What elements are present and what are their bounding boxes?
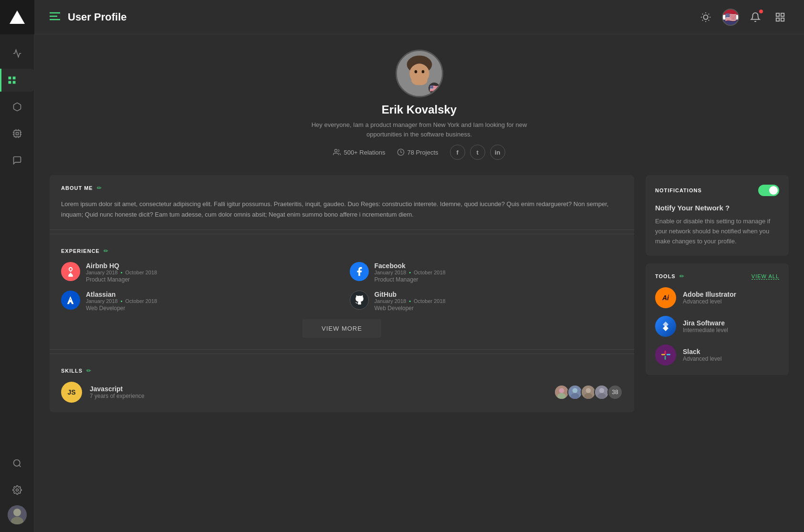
skills-header: SKILLS ✏: [61, 367, 623, 374]
javascript-exp: 7 years of experience: [90, 393, 546, 399]
tools-header: TOOLS ✏ VIEW ALL: [655, 273, 779, 280]
slack-level: Advanced level: [683, 355, 779, 362]
slack-logo: [655, 344, 676, 365]
linkedin-link[interactable]: in: [490, 145, 505, 160]
svg-line-30: [702, 20, 703, 20]
facebook-logo: [350, 262, 369, 281]
sidebar-nav: [0, 34, 34, 444]
tool-item-jira: Jira Software Intermediate level: [655, 316, 779, 337]
atlassian-company: Atlassian: [86, 291, 334, 298]
svg-line-31: [709, 13, 709, 14]
profile-avatar[interactable]: 🇺🇸: [396, 50, 443, 97]
twitter-link[interactable]: t: [470, 145, 485, 160]
facebook-company: Facebook: [375, 262, 623, 270]
notification-bell-icon[interactable]: [747, 9, 764, 26]
profile-bio: Hey everyone, Iam a product manager from…: [300, 120, 539, 139]
sidebar-item-settings[interactable]: [6, 479, 29, 501]
svg-point-39: [414, 70, 417, 73]
svg-rect-34: [776, 18, 779, 21]
sidebar-item-grid[interactable]: [0, 69, 34, 92]
airbnb-logo: [61, 262, 80, 281]
right-panel: NOTIFICATIONS Notify Your Network ? Enab…: [646, 175, 789, 375]
apps-grid-icon[interactable]: [772, 9, 789, 26]
exp-item-atlassian: Atlassian January 2018 • October 2018 We…: [61, 291, 334, 312]
tools-card: TOOLS ✏ VIEW ALL Ai Adobe Illustrator Ad…: [646, 263, 789, 375]
github-info: GitHub January 2018 • October 2018 Web D…: [375, 291, 623, 312]
svg-point-50: [571, 393, 579, 400]
svg-line-15: [19, 465, 21, 467]
svg-point-56: [597, 393, 606, 400]
svg-rect-1: [12, 77, 15, 80]
notifications-header: NOTIFICATIONS: [655, 185, 779, 196]
sidebar-item-chat[interactable]: [6, 149, 29, 172]
sidebar-item-box[interactable]: [6, 95, 29, 118]
illustrator-logo: Ai: [655, 287, 676, 308]
sidebar-item-activity[interactable]: [6, 42, 29, 65]
profile-stats: 500+ Relations 78 Projects f t in: [333, 145, 505, 160]
sidebar-item-search[interactable]: [6, 452, 29, 475]
svg-line-27: [709, 20, 709, 20]
about-title: ABOUT ME: [61, 185, 93, 191]
svg-point-52: [586, 388, 591, 393]
atlassian-logo: [61, 291, 80, 310]
panels: ABOUT ME ✏ Lorem ipsum dolor sit amet, c…: [50, 175, 789, 412]
facebook-link[interactable]: f: [450, 145, 465, 160]
about-section: ABOUT ME ✏ Lorem ipsum dolor sit amet, c…: [50, 175, 634, 230]
svg-point-16: [16, 489, 18, 491]
facebook-dates: January 2018 • October 2018: [375, 270, 623, 275]
notification-dot: [759, 10, 763, 13]
svg-rect-5: [16, 133, 18, 135]
airbnb-dates: January 2018 • October 2018: [86, 270, 334, 275]
logo[interactable]: [0, 0, 34, 34]
header-actions: 🇺🇸: [697, 9, 789, 26]
atlassian-dates: January 2018 • October 2018: [86, 298, 334, 304]
atlassian-info: Atlassian January 2018 • October 2018 We…: [86, 291, 334, 312]
javascript-info: Javascript 7 years of experience: [90, 385, 546, 399]
skills-edit-icon[interactable]: ✏: [86, 367, 91, 374]
menu-icon[interactable]: [50, 12, 60, 22]
user-avatar[interactable]: [8, 505, 27, 524]
about-edit-icon[interactable]: ✏: [97, 185, 102, 191]
left-panel: ABOUT ME ✏ Lorem ipsum dolor sit amet, c…: [50, 175, 634, 412]
theme-toggle-icon[interactable]: [697, 9, 714, 26]
jira-info: Jira Software Intermediate level: [683, 319, 779, 334]
experience-divider: [50, 354, 634, 354]
profile-header: 🇺🇸 Erik Kovalsky Hey everyone, Iam a pro…: [50, 50, 789, 164]
exp-item-airbnb: Airbnb HQ January 2018 • October 2018 Pr…: [61, 262, 334, 283]
illustrator-name: Adobe Illustrator: [683, 291, 779, 298]
about-divider: [50, 234, 634, 234]
social-links: f t in: [450, 145, 505, 160]
notifications-toggle[interactable]: [758, 185, 779, 196]
tools-title: TOOLS: [655, 273, 676, 279]
svg-line-26: [702, 13, 703, 14]
svg-rect-60: [661, 354, 665, 355]
notifications-card: NOTIFICATIONS Notify Your Network ? Enab…: [646, 175, 789, 256]
skill-avatars: 38: [554, 385, 623, 400]
notify-network-title: Notify Your Network ?: [655, 204, 779, 212]
svg-point-46: [559, 388, 564, 393]
experience-title: EXPERIENCE: [61, 248, 100, 254]
about-text: Lorem ipsum dolor sit amet, consectetur …: [61, 199, 623, 220]
language-flag[interactable]: 🇺🇸: [722, 9, 739, 26]
svg-point-43: [335, 149, 337, 152]
experience-edit-icon[interactable]: ✏: [104, 248, 108, 254]
svg-rect-2: [8, 81, 11, 84]
experience-section: EXPERIENCE ✏ Airbnb HQ: [50, 238, 634, 350]
header: User Profile 🇺🇸: [34, 0, 804, 34]
github-logo: [350, 291, 369, 310]
sidebar-item-cpu[interactable]: [6, 122, 29, 145]
facebook-info: Facebook January 2018 • October 2018 Pro…: [375, 262, 623, 283]
skills-title: SKILLS: [61, 368, 83, 374]
page-title: User Profile: [68, 11, 689, 23]
javascript-badge: JS: [61, 382, 82, 403]
tools-edit-icon[interactable]: ✏: [679, 273, 684, 280]
svg-point-53: [584, 393, 593, 400]
svg-rect-33: [781, 13, 784, 16]
airbnb-company: Airbnb HQ: [86, 262, 334, 270]
airbnb-role: Product Manager: [86, 276, 334, 283]
skill-item-javascript: JS Javascript 7 years of experience: [61, 382, 623, 403]
tools-view-all[interactable]: VIEW ALL: [752, 273, 779, 280]
view-more-button[interactable]: VIEW MORE: [303, 319, 381, 338]
tool-item-illustrator: Ai Adobe Illustrator Advanced level: [655, 287, 779, 308]
svg-rect-35: [781, 18, 784, 21]
